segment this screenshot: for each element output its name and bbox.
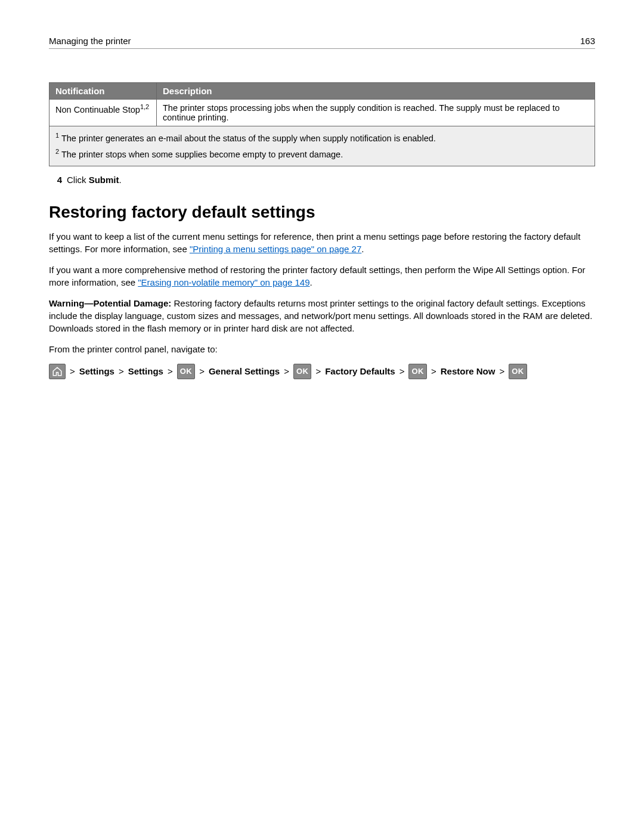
nav-settings-1: Settings — [79, 366, 114, 376]
warning-label: Warning—Potential Damage: — [49, 298, 171, 308]
step-bold: Submit — [89, 175, 119, 185]
para-intro-1: If you want to keep a list of the curren… — [49, 230, 595, 255]
table-row: Non Continuable Stop1,2 The printer stop… — [49, 100, 595, 126]
nav-restore-now: Restore Now — [441, 366, 496, 376]
step-item-4: 4 Click Submit. — [51, 175, 595, 185]
section-heading: Restoring factory default settings — [49, 203, 595, 222]
cell-notification: Non Continuable Stop1,2 — [49, 100, 157, 126]
notification-label: Non Continuable Stop — [55, 105, 140, 114]
footnote-1-text: The printer generates an e-mail about th… — [59, 134, 436, 143]
table-header-row: Notification Description — [49, 83, 595, 100]
cell-description: The printer stops processing jobs when t… — [157, 100, 595, 126]
para-intro-2: If you want a more comprehensive method … — [49, 264, 595, 289]
link-erase-nonvolatile[interactable]: "Erasing non-volatile memory" on page 14… — [138, 277, 309, 287]
home-icon-svg — [52, 366, 63, 377]
table-footnote-row: 1 The printer generates an e-mail about … — [49, 126, 595, 166]
para2-text-b: . — [310, 277, 312, 287]
footnote-2: 2 The printer stops when some supplies b… — [55, 146, 589, 162]
col-header-description: Description — [157, 83, 595, 100]
step-suffix: . — [119, 175, 122, 185]
ok-label: OK — [180, 367, 193, 376]
home-icon — [49, 364, 66, 379]
nav-sep: > — [69, 366, 76, 376]
step-text: Click Submit. — [67, 175, 122, 185]
nav-sep: > — [166, 366, 174, 376]
ok-button-icon: OK — [293, 364, 312, 379]
nav-sep: > — [283, 366, 290, 376]
ok-label: OK — [296, 367, 309, 376]
notification-table: Notification Description Non Continuable… — [49, 82, 595, 166]
page-number: 163 — [580, 36, 595, 46]
notification-superscript: 1,2 — [140, 103, 149, 110]
page-header: Managing the printer 163 — [49, 36, 595, 49]
para-warning: Warning—Potential Damage: Restoring fact… — [49, 297, 595, 335]
ok-button-icon: OK — [408, 364, 427, 379]
nav-sep: > — [398, 366, 406, 376]
footnote-2-text: The printer stops when some supplies bec… — [59, 150, 343, 159]
ok-label: OK — [512, 367, 524, 376]
ok-button-icon: OK — [509, 364, 527, 379]
table-footnotes: 1 The printer generates an e-mail about … — [49, 126, 595, 166]
running-head-title: Managing the printer — [49, 36, 131, 46]
para2-text-a: If you want a more comprehensive method … — [49, 265, 586, 287]
step-prefix: Click — [67, 175, 89, 185]
ok-button-icon: OK — [177, 364, 196, 379]
nav-sep: > — [498, 366, 506, 376]
footnote-1: 1 The printer generates an e-mail about … — [55, 130, 589, 146]
ok-label: OK — [411, 367, 424, 376]
nav-factory-defaults: Factory Defaults — [325, 366, 395, 376]
nav-general-settings: General Settings — [209, 366, 280, 376]
step-number: 4 — [51, 175, 62, 185]
nav-sep: > — [430, 366, 438, 376]
para-navigate-lead: From the printer control panel, navigate… — [49, 343, 595, 355]
para1-text-b: . — [361, 244, 364, 254]
nav-settings-2: Settings — [128, 366, 163, 376]
nav-sep: > — [117, 366, 125, 376]
nav-sep: > — [314, 366, 322, 376]
col-header-notification: Notification — [49, 83, 157, 100]
navigation-path: > Settings > Settings > OK > General Set… — [49, 364, 595, 379]
link-print-menu-settings[interactable]: "Printing a menu settings page" on page … — [190, 244, 361, 254]
nav-sep: > — [198, 366, 206, 376]
